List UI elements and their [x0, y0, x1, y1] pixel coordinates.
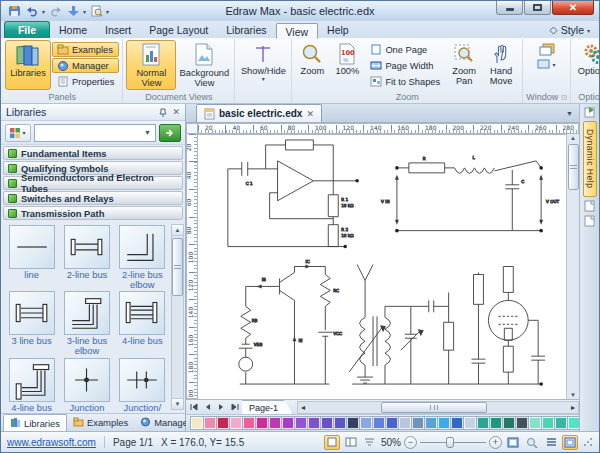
scroll-left-icon[interactable]: ◂ [298, 403, 308, 412]
undo-icon[interactable] [24, 4, 40, 19]
panel-tab-examples[interactable]: Examples [67, 414, 134, 431]
next-page-button[interactable] [214, 401, 228, 414]
fit-to-window-button[interactable] [505, 435, 521, 450]
scroll-right-icon[interactable]: ▸ [568, 403, 578, 412]
color-swatch[interactable] [360, 417, 372, 429]
navigate-icon[interactable] [65, 4, 81, 19]
library-view-button[interactable]: ▾ [5, 124, 31, 142]
show-hide-dropdown-icon[interactable]: ▾ [262, 76, 265, 83]
tab-libraries[interactable]: Libraries [217, 22, 275, 38]
background-view-button[interactable]: Background View [177, 40, 231, 90]
color-swatch[interactable] [321, 417, 333, 429]
previous-page-button[interactable] [200, 401, 214, 414]
pin-icon[interactable] [159, 108, 167, 117]
scroll-down-icon[interactable]: ▼ [570, 392, 576, 399]
symbol-junction[interactable]: Junction/ [117, 358, 168, 413]
help-page-icon[interactable] [584, 200, 595, 212]
minimize-button[interactable] [496, 1, 523, 15]
scroll-thumb[interactable] [172, 238, 183, 296]
color-swatch[interactable] [425, 417, 437, 429]
symbol-scrollbar[interactable]: ▲ ▼ [171, 224, 184, 410]
tab-insert[interactable]: Insert [96, 22, 140, 38]
color-swatch[interactable] [438, 417, 450, 429]
print-preview-icon[interactable] [88, 4, 104, 19]
scroll-down-icon[interactable]: ▼ [172, 398, 183, 409]
help-page-icon[interactable] [584, 215, 595, 227]
color-swatch[interactable] [269, 417, 281, 429]
search-dropdown-icon[interactable]: ▼ [140, 129, 155, 136]
save-icon[interactable] [6, 4, 22, 19]
page-tab[interactable]: Page-1 [242, 400, 293, 414]
scroll-up-icon[interactable]: ▲ [172, 225, 183, 236]
tab-view[interactable]: View [276, 23, 319, 39]
drawing-canvas[interactable]: C 1 R 1 10 kΩ R 2 10 kΩ [198, 134, 566, 399]
manager-button[interactable]: Manager [52, 58, 119, 73]
navigate-dropdown-icon[interactable]: ▾ [83, 8, 86, 15]
close-button[interactable]: ✕ [552, 1, 594, 15]
tab-help[interactable]: Help [318, 22, 358, 38]
symbol-2-line-bus[interactable]: 2-line bus [61, 225, 112, 290]
color-swatch[interactable] [542, 417, 554, 429]
options-button[interactable]: Options [574, 40, 599, 90]
fit-to-shapes-button[interactable]: Fit to Shapes [365, 74, 445, 89]
normal-view-button[interactable]: Normal View [126, 40, 176, 90]
color-swatch[interactable] [191, 417, 203, 429]
dynamic-help-icon[interactable] [584, 106, 596, 118]
properties-button[interactable]: Properties [52, 74, 119, 89]
color-swatch[interactable] [464, 417, 476, 429]
file-tab[interactable]: File [4, 21, 50, 38]
style-dropdown-icon[interactable]: ▾ [587, 27, 590, 34]
color-swatch[interactable] [555, 417, 567, 429]
color-swatch[interactable] [412, 417, 424, 429]
scroll-thumb[interactable] [381, 402, 487, 413]
zoom-100-button[interactable]: 100% 100% [330, 40, 364, 90]
symbol-4-line-bus[interactable]: 4-line bus [6, 358, 57, 413]
zoom-out-button[interactable]: − [404, 436, 417, 449]
symbol-3-line-bus[interactable]: 3 line bus [6, 291, 57, 356]
color-swatch[interactable] [243, 417, 255, 429]
one-page-button[interactable]: One Page [365, 42, 445, 57]
horizontal-scrollbar[interactable]: ◂ ▸ [297, 401, 579, 414]
symbol-2-line-bus-elbow[interactable]: 2-line bus elbow [117, 225, 168, 290]
page-view-mode-button[interactable] [343, 435, 359, 450]
symbol-junction[interactable]: Junction [61, 358, 112, 413]
color-swatch[interactable] [529, 417, 541, 429]
hand-move-button[interactable]: Hand Move [483, 40, 519, 90]
radio-circuit[interactable] [349, 265, 545, 386]
color-swatch[interactable] [503, 417, 515, 429]
zoom-region-button[interactable] [524, 435, 540, 450]
whole-page-button[interactable] [562, 435, 578, 450]
resize-grip[interactable] [583, 437, 593, 447]
symbol-line[interactable]: line [6, 225, 57, 290]
show-hide-button[interactable]: Show/Hide ▾ [238, 40, 288, 90]
zoom-pan-button[interactable]: Zoom Pan [446, 40, 482, 90]
examples-button[interactable]: Examples [52, 42, 119, 57]
libraries-button[interactable]: Libraries [5, 40, 51, 90]
scroll-thumb[interactable] [568, 144, 579, 190]
panel-close-icon[interactable]: ✕ [172, 107, 180, 117]
color-swatch[interactable] [334, 417, 346, 429]
color-swatch[interactable] [295, 417, 307, 429]
color-swatch[interactable] [204, 417, 216, 429]
zoom-slider[interactable] [420, 436, 486, 449]
color-swatch[interactable] [386, 417, 398, 429]
symbol-3-line-bus-elbow[interactable]: 3-line bus elbow [61, 291, 112, 356]
color-swatch[interactable] [516, 417, 528, 429]
document-close-icon[interactable]: ✕ [306, 109, 314, 119]
transistor-circuit[interactable]: RB VBB IB IC IE RC VCC [239, 259, 342, 385]
tab-home[interactable]: Home [50, 22, 96, 38]
zoom-in-button[interactable]: + [489, 436, 502, 449]
page-width-button[interactable]: Page Width [365, 58, 445, 73]
full-screen-mode-button[interactable] [362, 435, 378, 450]
color-swatch[interactable] [399, 417, 411, 429]
color-swatch[interactable] [308, 417, 320, 429]
color-swatch[interactable] [217, 417, 229, 429]
symbol-4-line-bus[interactable]: 4-line bus [117, 291, 168, 356]
color-swatch[interactable] [373, 417, 385, 429]
category-semiconductors-and-electron-tubes[interactable]: Semiconductors and Electron Tubes [3, 176, 183, 190]
switch-windows-icon[interactable] [537, 59, 550, 69]
restore-button[interactable] [524, 1, 551, 15]
color-swatch[interactable] [256, 417, 268, 429]
customize-quick-access-icon[interactable]: ▾ [106, 8, 109, 15]
category-transmission-path[interactable]: Transmission Path [3, 206, 183, 220]
